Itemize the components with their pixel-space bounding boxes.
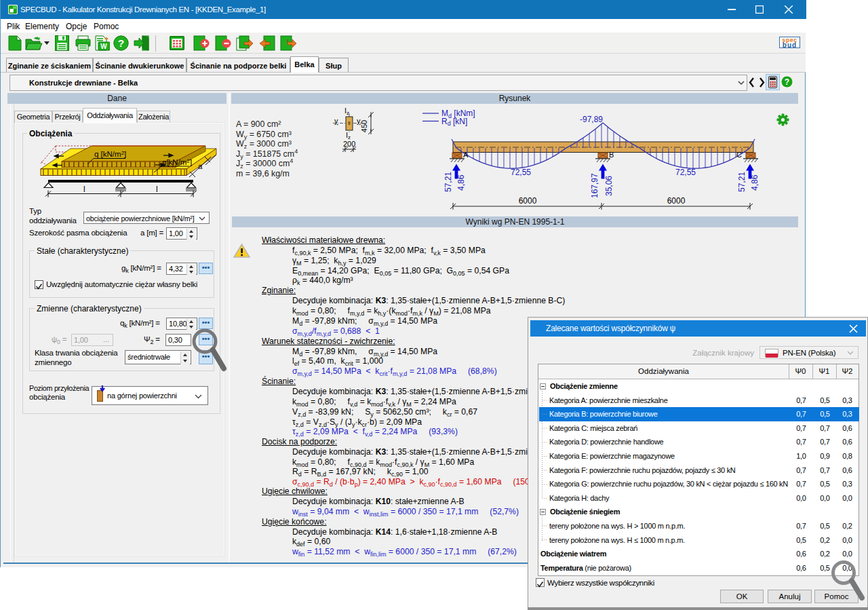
- svg-text:B: B: [609, 151, 614, 159]
- svg-text:167,97: 167,97: [590, 173, 599, 198]
- svg-text:4,86: 4,86: [456, 174, 466, 191]
- svg-text:C: C: [736, 151, 742, 159]
- svg-text:450: 450: [360, 120, 368, 132]
- svg-text:?: ?: [785, 77, 789, 87]
- svg-text:6000: 6000: [667, 196, 686, 206]
- svg-text:-97,89: -97,89: [580, 115, 603, 124]
- svg-text:l: l: [83, 185, 85, 194]
- svg-text:Rd [kN]: Rd [kN]: [441, 117, 467, 128]
- svg-text:A: A: [463, 151, 469, 159]
- svg-text:y: y: [334, 117, 338, 125]
- svg-text:W: W: [100, 43, 107, 50]
- svg-text:72,55: 72,55: [675, 168, 696, 177]
- svg-text:57,21: 57,21: [737, 172, 747, 192]
- svg-text:?: ?: [118, 37, 124, 49]
- svg-text:a: a: [198, 162, 203, 170]
- svg-text:Iz: Iz: [346, 131, 351, 140]
- svg-text:35,06: 35,06: [604, 176, 614, 196]
- svg-text:57,21: 57,21: [443, 172, 453, 192]
- svg-text:Iz: Iz: [344, 107, 349, 116]
- svg-text:4,86: 4,86: [750, 174, 760, 191]
- svg-text:72,55: 72,55: [511, 168, 531, 177]
- svg-text:6000: 6000: [519, 196, 537, 206]
- svg-text:l: l: [156, 185, 158, 194]
